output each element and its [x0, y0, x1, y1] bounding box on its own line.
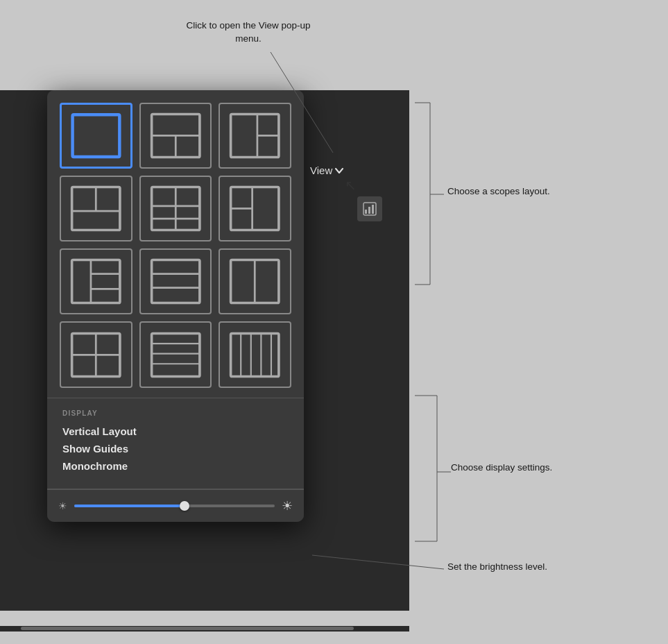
- svg-rect-40: [368, 207, 370, 214]
- layout-grid-section: [47, 90, 304, 398]
- show-guides-item[interactable]: Show Guides: [62, 443, 289, 455]
- svg-rect-21: [151, 260, 199, 303]
- brightness-slider-thumb[interactable]: [180, 501, 189, 511]
- display-section: DISPLAY Vertical Layout Show Guides Mono…: [47, 398, 304, 489]
- view-popup-menu: DISPLAY Vertical Layout Show Guides Mono…: [47, 90, 304, 522]
- brightness-slider-fill: [74, 505, 185, 507]
- vertical-layout-item[interactable]: Vertical Layout: [62, 425, 289, 437]
- layout-2-col[interactable]: [219, 248, 291, 314]
- svg-rect-29: [151, 333, 199, 376]
- svg-rect-39: [365, 210, 367, 214]
- layout-single[interactable]: [60, 103, 132, 169]
- display-section-header: DISPLAY: [62, 409, 289, 417]
- layout-right-2left[interactable]: [219, 176, 291, 242]
- callout-scopes-layout: Choose a scopes layout.: [447, 185, 550, 198]
- monochrome-item[interactable]: Monochrome: [62, 460, 289, 472]
- svg-rect-41: [372, 205, 374, 214]
- layout-top-split2[interactable]: [139, 103, 212, 169]
- view-button-label: View: [310, 164, 332, 176]
- brightness-section: ☀ ☀: [47, 489, 304, 522]
- brightness-slider-track[interactable]: [74, 505, 275, 507]
- scrollbar-thumb[interactable]: [21, 627, 354, 630]
- scopes-chart-icon: [362, 201, 377, 217]
- scopes-icon-button[interactable]: [357, 196, 382, 221]
- layout-3-row[interactable]: [139, 248, 212, 314]
- view-button[interactable]: View: [310, 164, 343, 176]
- layout-grid: [60, 103, 291, 388]
- layout-4-equal[interactable]: [60, 321, 132, 387]
- layout-2col-top[interactable]: [60, 176, 132, 242]
- brightness-min-icon: ☀: [58, 500, 67, 511]
- svg-rect-0: [72, 115, 119, 157]
- callout-view-popup: Click to open the View pop-up menu.: [179, 19, 318, 46]
- layout-left-tall[interactable]: [60, 248, 132, 314]
- callout-display-settings: Choose display settings.: [451, 461, 552, 475]
- brightness-max-icon: ☀: [282, 498, 293, 514]
- layout-5-row[interactable]: [139, 321, 212, 387]
- scrollbar-area: [0, 626, 409, 632]
- svg-rect-17: [72, 260, 120, 303]
- layout-5-col[interactable]: [219, 321, 291, 387]
- layout-4-quad[interactable]: [139, 176, 212, 242]
- callout-brightness: Set the brightness level.: [447, 561, 547, 574]
- view-chevron-icon: [335, 168, 343, 173]
- layout-left-right-split[interactable]: [219, 103, 291, 169]
